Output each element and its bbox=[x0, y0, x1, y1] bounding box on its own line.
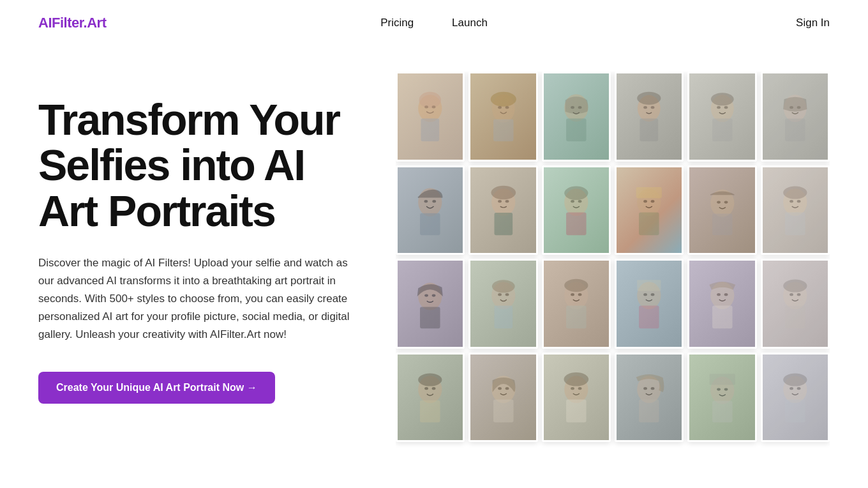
svg-point-96 bbox=[578, 387, 582, 390]
svg-rect-43 bbox=[636, 187, 662, 198]
svg-point-25 bbox=[789, 106, 793, 109]
svg-point-42 bbox=[638, 188, 661, 216]
svg-point-15 bbox=[638, 92, 661, 105]
svg-rect-111 bbox=[785, 399, 805, 422]
svg-point-17 bbox=[651, 106, 655, 109]
svg-point-63 bbox=[505, 293, 509, 296]
portrait-item bbox=[761, 165, 830, 255]
svg-point-91 bbox=[505, 387, 509, 390]
svg-point-12 bbox=[578, 106, 582, 109]
svg-point-99 bbox=[644, 387, 648, 390]
svg-rect-55 bbox=[785, 212, 805, 235]
svg-point-49 bbox=[724, 201, 728, 203]
svg-point-33 bbox=[491, 186, 516, 199]
svg-rect-74 bbox=[639, 306, 659, 329]
portrait-grid-container bbox=[396, 72, 830, 488]
svg-point-105 bbox=[724, 388, 728, 390]
svg-point-24 bbox=[784, 95, 807, 123]
svg-point-95 bbox=[571, 387, 574, 390]
svg-point-65 bbox=[564, 282, 588, 310]
svg-point-1 bbox=[419, 92, 441, 109]
svg-rect-103 bbox=[709, 374, 735, 385]
svg-point-16 bbox=[644, 106, 648, 109]
svg-rect-88 bbox=[420, 400, 440, 422]
svg-point-87 bbox=[432, 387, 436, 390]
svg-point-34 bbox=[498, 200, 502, 202]
svg-point-100 bbox=[651, 387, 655, 390]
svg-point-102 bbox=[710, 377, 734, 404]
hero-section: Transform Your Selfies into AI Art Portr… bbox=[38, 72, 370, 404]
svg-point-30 bbox=[433, 200, 437, 202]
svg-point-72 bbox=[644, 293, 648, 296]
nav-launch-link[interactable]: Launch bbox=[452, 17, 488, 29]
svg-point-39 bbox=[571, 200, 574, 202]
svg-point-110 bbox=[797, 387, 801, 390]
portrait-grid bbox=[396, 72, 830, 442]
svg-rect-9 bbox=[493, 119, 514, 141]
svg-point-37 bbox=[564, 188, 588, 216]
hero-title: Transform Your Selfies into AI Art Portr… bbox=[38, 97, 370, 234]
svg-point-7 bbox=[498, 106, 502, 109]
svg-point-75 bbox=[710, 282, 734, 310]
svg-point-51 bbox=[783, 188, 807, 216]
svg-point-3 bbox=[432, 106, 436, 109]
svg-point-94 bbox=[564, 372, 588, 386]
cta-button[interactable]: Create Your Unique AI Art Portrait Now → bbox=[38, 372, 275, 404]
svg-point-82 bbox=[797, 293, 801, 296]
portrait-item bbox=[396, 259, 465, 349]
portrait-item bbox=[615, 259, 684, 349]
svg-point-48 bbox=[717, 201, 721, 203]
svg-rect-59 bbox=[420, 307, 440, 329]
svg-rect-50 bbox=[712, 213, 733, 235]
portrait-item bbox=[542, 259, 611, 349]
signin-link[interactable]: Sign In bbox=[796, 17, 830, 29]
svg-point-54 bbox=[797, 200, 801, 202]
svg-rect-69 bbox=[566, 306, 587, 329]
svg-point-109 bbox=[789, 387, 793, 390]
svg-point-68 bbox=[578, 293, 582, 296]
portrait-item bbox=[542, 165, 611, 255]
svg-rect-64 bbox=[494, 306, 513, 329]
svg-point-85 bbox=[419, 374, 442, 386]
svg-point-44 bbox=[644, 200, 648, 202]
portrait-item bbox=[468, 72, 537, 162]
svg-point-89 bbox=[491, 376, 515, 403]
portrait-item bbox=[615, 353, 684, 443]
svg-point-76 bbox=[717, 293, 721, 296]
svg-point-52 bbox=[783, 186, 807, 199]
portrait-item bbox=[615, 165, 684, 255]
logo[interactable]: AIFilter.Art bbox=[38, 15, 106, 31]
svg-rect-27 bbox=[785, 119, 805, 142]
svg-rect-101 bbox=[639, 399, 659, 422]
portrait-item bbox=[468, 259, 537, 349]
svg-point-67 bbox=[571, 293, 574, 296]
svg-point-35 bbox=[505, 200, 509, 202]
svg-rect-97 bbox=[566, 399, 587, 422]
svg-point-21 bbox=[717, 106, 721, 109]
svg-point-19 bbox=[711, 95, 734, 123]
portrait-item bbox=[396, 165, 465, 255]
portrait-item bbox=[396, 72, 465, 162]
navbar: AIFilter.Art Pricing Launch Sign In bbox=[0, 0, 868, 46]
svg-rect-106 bbox=[712, 400, 733, 422]
svg-point-77 bbox=[724, 293, 728, 296]
svg-point-108 bbox=[783, 373, 807, 386]
svg-point-70 bbox=[638, 282, 661, 310]
svg-point-86 bbox=[425, 387, 429, 390]
portrait-item bbox=[687, 72, 756, 162]
svg-point-6 bbox=[490, 92, 516, 107]
main-content: Transform Your Selfies into AI Art Portr… bbox=[0, 46, 868, 488]
portrait-item bbox=[761, 72, 830, 162]
svg-point-57 bbox=[425, 294, 429, 297]
svg-point-5 bbox=[492, 95, 515, 123]
svg-point-38 bbox=[564, 186, 588, 199]
svg-point-107 bbox=[783, 376, 807, 403]
portrait-item bbox=[396, 353, 465, 443]
portrait-item bbox=[468, 353, 537, 443]
svg-point-28 bbox=[419, 188, 442, 216]
svg-point-104 bbox=[717, 388, 721, 390]
svg-point-20 bbox=[711, 93, 734, 106]
nav-pricing-link[interactable]: Pricing bbox=[380, 17, 414, 29]
svg-rect-78 bbox=[712, 306, 733, 329]
svg-point-8 bbox=[505, 106, 509, 109]
